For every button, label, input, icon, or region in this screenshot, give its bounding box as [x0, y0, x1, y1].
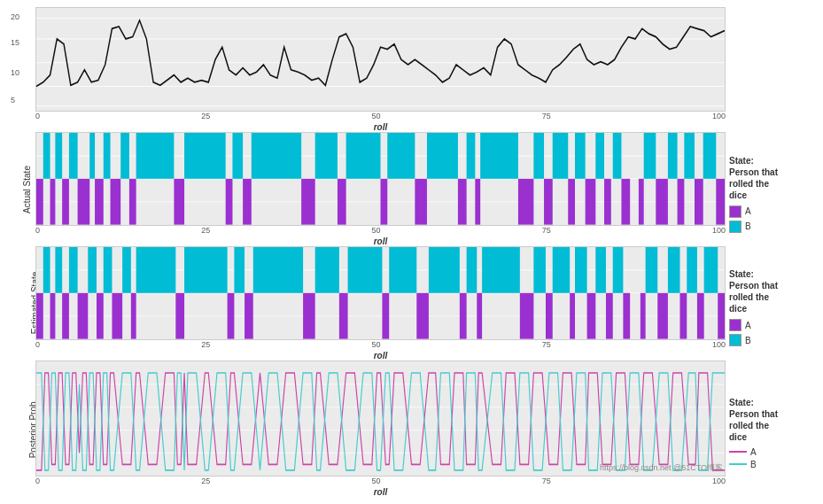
svg-rect-15	[174, 179, 184, 225]
svg-rect-91	[55, 247, 62, 293]
svg-rect-32	[678, 179, 685, 225]
legend-label-b-est: B	[745, 336, 751, 345]
svg-rect-78	[477, 293, 482, 339]
svg-rect-73	[303, 293, 315, 339]
estimated-state-x-label: roll	[35, 351, 726, 361]
actual-state-legend-title: State:Person thatrolled thedice	[729, 155, 819, 201]
svg-rect-55	[613, 133, 622, 179]
legend-item-b-actual: B	[729, 221, 819, 233]
line-chart-row: 20 15 10 5 0 25 50	[35, 7, 823, 132]
legend-label-b-post: B	[750, 460, 757, 469]
svg-rect-100	[315, 247, 339, 293]
svg-rect-95	[122, 247, 131, 293]
svg-rect-53	[575, 133, 586, 179]
estimated-state-row: Estimated State	[35, 246, 823, 361]
svg-rect-47	[387, 133, 415, 179]
line-chart-legend-empty	[726, 7, 823, 132]
x-label-50: 50	[371, 112, 380, 120]
actual-state-x-labels: 0 25 50 75 100	[35, 226, 726, 235]
svg-rect-14	[129, 179, 136, 225]
svg-rect-48	[427, 133, 458, 179]
svg-rect-45	[315, 133, 338, 179]
actual-state-x-label: roll	[35, 236, 726, 246]
y-tick-10: 10	[11, 68, 19, 77]
line-chart-x-labels: 0 25 50 75 100	[35, 112, 726, 120]
svg-rect-35	[43, 133, 50, 179]
svg-rect-101	[348, 247, 383, 293]
y-tick-20: 20	[11, 12, 19, 21]
legend-swatch-b-est	[729, 334, 741, 346]
svg-rect-84	[623, 293, 630, 339]
svg-rect-80	[546, 293, 553, 339]
svg-rect-26	[568, 179, 575, 225]
svg-rect-30	[639, 179, 644, 225]
x-label-75: 75	[542, 112, 551, 120]
svg-rect-10	[62, 179, 69, 225]
svg-rect-40	[120, 133, 129, 179]
svg-rect-106	[533, 247, 546, 293]
svg-rect-112	[668, 247, 680, 293]
svg-rect-39	[104, 133, 111, 179]
svg-rect-49	[467, 133, 476, 179]
estimated-state-container: Estimated State	[35, 246, 726, 361]
posterior-legend-title: State:Person thatrolled thedice	[729, 397, 819, 443]
posterior-prob-row: Posterior Prob. https://blog.csdn.net @5…	[35, 361, 823, 497]
svg-rect-96	[136, 247, 176, 293]
svg-rect-44	[252, 133, 301, 179]
watermark: https://blog.csdn.net @51CTO博客	[600, 462, 723, 474]
estimated-state-x-labels: 0 25 50 75 100	[35, 340, 726, 349]
svg-rect-110	[613, 247, 624, 293]
svg-rect-68	[112, 293, 122, 339]
svg-rect-22	[458, 179, 467, 225]
charts-area: 20 15 10 5 0 25 50	[0, 0, 823, 504]
line-chart-x-label: roll	[35, 122, 726, 132]
legend-item-a-actual: A	[729, 205, 819, 218]
svg-rect-31	[656, 179, 668, 225]
svg-rect-27	[586, 179, 596, 225]
x-label-0: 0	[35, 112, 40, 120]
legend-swatch-a-actual	[729, 205, 741, 218]
svg-rect-25	[544, 179, 553, 225]
svg-rect-46	[346, 133, 381, 179]
svg-rect-108	[575, 247, 587, 293]
svg-rect-69	[131, 293, 136, 339]
posterior-x-labels: 0 25 50 75 100	[35, 477, 726, 485]
legend-item-a-post: A	[729, 447, 819, 457]
legend-line-a-post	[729, 451, 747, 453]
svg-rect-99	[253, 247, 303, 293]
legend-item-b-est: B	[729, 334, 819, 346]
line-chart-container: 20 15 10 5 0 25 50	[35, 7, 726, 132]
svg-rect-66	[78, 293, 89, 339]
svg-rect-102	[389, 247, 416, 293]
legend-item-b-post: B	[729, 460, 819, 469]
legend-swatch-b-actual	[729, 221, 741, 233]
svg-rect-104	[467, 247, 477, 293]
svg-rect-41	[136, 133, 175, 179]
svg-rect-79	[520, 293, 534, 339]
svg-rect-77	[460, 293, 467, 339]
svg-rect-33	[695, 179, 703, 225]
legend-line-b-post	[729, 463, 747, 465]
svg-rect-114	[704, 247, 718, 293]
svg-rect-12	[95, 179, 104, 225]
svg-rect-82	[587, 293, 596, 339]
svg-rect-103	[429, 247, 460, 293]
svg-rect-65	[62, 293, 69, 339]
svg-rect-42	[184, 133, 226, 179]
svg-rect-81	[570, 293, 575, 339]
svg-rect-83	[606, 293, 613, 339]
posterior-x-label: roll	[35, 487, 726, 497]
x-label-100: 100	[712, 112, 726, 120]
svg-rect-75	[382, 293, 389, 339]
svg-rect-50	[480, 133, 518, 179]
svg-rect-54	[595, 133, 604, 179]
legend-swatch-a-est	[729, 319, 741, 331]
svg-rect-37	[69, 133, 78, 179]
svg-rect-67	[97, 293, 104, 339]
actual-state-y-label: Actual State	[22, 166, 32, 213]
actual-state-container: Actual State	[35, 132, 726, 246]
svg-rect-20	[381, 179, 388, 225]
line-chart-inner	[35, 7, 726, 112]
svg-rect-71	[228, 293, 235, 339]
legend-label-a-post: A	[750, 447, 757, 457]
